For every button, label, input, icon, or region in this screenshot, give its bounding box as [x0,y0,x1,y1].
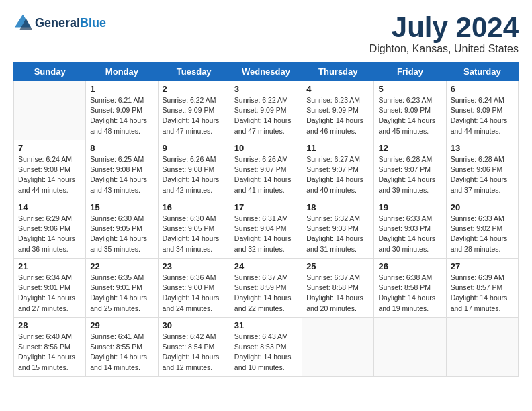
page-header: GeneralBlue July 2024 Dighton, Kansas, U… [13,13,519,55]
day-info: Sunrise: 6:24 AMSunset: 9:09 PMDaylight:… [451,95,514,136]
calendar-cell [302,318,374,377]
calendar-cell: 9Sunrise: 6:26 AMSunset: 9:08 PMDaylight… [158,140,230,199]
header-thursday: Thursday [302,62,374,81]
calendar-cell: 29Sunrise: 6:41 AMSunset: 8:55 PMDayligh… [86,318,158,377]
header-saturday: Saturday [446,62,518,81]
day-info: Sunrise: 6:25 AMSunset: 9:08 PMDaylight:… [90,154,153,195]
day-info: Sunrise: 6:41 AMSunset: 8:55 PMDaylight:… [90,332,153,373]
calendar-cell: 14Sunrise: 6:29 AMSunset: 9:06 PMDayligh… [14,199,86,259]
day-number: 18 [306,202,369,212]
day-info: Sunrise: 6:32 AMSunset: 9:03 PMDaylight:… [306,214,369,255]
day-number: 3 [234,84,298,94]
day-number: 29 [90,320,153,330]
logo-general: GeneralBlue [35,16,106,30]
header-sunday: Sunday [14,62,86,81]
day-info: Sunrise: 6:30 AMSunset: 9:05 PMDaylight:… [163,214,226,255]
day-number: 4 [306,84,369,94]
header-row: SundayMondayTuesdayWednesdayThursdayFrid… [14,62,519,81]
day-number: 27 [451,261,514,271]
logo: GeneralBlue [13,13,106,32]
day-number: 13 [451,143,514,153]
day-number: 16 [163,202,226,212]
calendar-cell: 25Sunrise: 6:37 AMSunset: 8:58 PMDayligh… [302,259,374,318]
calendar-cell: 26Sunrise: 6:38 AMSunset: 8:58 PMDayligh… [374,259,446,318]
day-info: Sunrise: 6:37 AMSunset: 8:59 PMDaylight:… [234,273,298,314]
location-title: Dighton, Kansas, United States [369,43,519,55]
week-row-2: 7Sunrise: 6:24 AMSunset: 9:08 PMDaylight… [14,140,519,199]
day-number: 9 [163,143,226,153]
day-number: 28 [18,320,81,330]
day-info: Sunrise: 6:22 AMSunset: 9:09 PMDaylight:… [234,95,298,136]
day-number: 19 [378,202,441,212]
day-number: 12 [378,143,441,153]
calendar-cell [374,318,446,377]
day-info: Sunrise: 6:42 AMSunset: 8:54 PMDaylight:… [163,332,226,373]
day-info: Sunrise: 6:35 AMSunset: 9:01 PMDaylight:… [90,273,153,314]
day-number: 21 [18,261,81,271]
day-info: Sunrise: 6:34 AMSunset: 9:01 PMDaylight:… [18,273,81,314]
day-number: 8 [90,143,153,153]
calendar-cell: 13Sunrise: 6:28 AMSunset: 9:06 PMDayligh… [446,140,518,199]
week-row-3: 14Sunrise: 6:29 AMSunset: 9:06 PMDayligh… [14,199,519,259]
header-tuesday: Tuesday [158,62,230,81]
calendar-cell: 8Sunrise: 6:25 AMSunset: 9:08 PMDaylight… [86,140,158,199]
day-info: Sunrise: 6:43 AMSunset: 8:53 PMDaylight:… [234,332,298,373]
calendar-cell: 17Sunrise: 6:31 AMSunset: 9:04 PMDayligh… [230,199,302,259]
day-info: Sunrise: 6:31 AMSunset: 9:04 PMDaylight:… [234,214,298,255]
calendar-cell: 28Sunrise: 6:40 AMSunset: 8:56 PMDayligh… [14,318,86,377]
day-number: 17 [234,202,298,212]
calendar-table: SundayMondayTuesdayWednesdayThursdayFrid… [13,62,519,377]
header-monday: Monday [86,62,158,81]
title-area: July 2024 Dighton, Kansas, United States [369,13,519,55]
month-title: July 2024 [369,13,519,42]
logo-icon [13,13,32,32]
day-number: 7 [18,143,81,153]
calendar-cell: 21Sunrise: 6:34 AMSunset: 9:01 PMDayligh… [14,259,86,318]
calendar-cell: 19Sunrise: 6:33 AMSunset: 9:03 PMDayligh… [374,199,446,259]
week-row-5: 28Sunrise: 6:40 AMSunset: 8:56 PMDayligh… [14,318,519,377]
header-friday: Friday [374,62,446,81]
calendar-cell: 16Sunrise: 6:30 AMSunset: 9:05 PMDayligh… [158,199,230,259]
calendar-cell: 15Sunrise: 6:30 AMSunset: 9:05 PMDayligh… [86,199,158,259]
day-number: 31 [234,320,298,330]
day-info: Sunrise: 6:29 AMSunset: 9:06 PMDaylight:… [18,214,81,255]
calendar-cell: 18Sunrise: 6:32 AMSunset: 9:03 PMDayligh… [302,199,374,259]
day-number: 26 [378,261,441,271]
calendar-cell: 31Sunrise: 6:43 AMSunset: 8:53 PMDayligh… [230,318,302,377]
day-info: Sunrise: 6:28 AMSunset: 9:07 PMDaylight:… [378,154,441,195]
day-number: 14 [18,202,81,212]
week-row-1: 1Sunrise: 6:21 AMSunset: 9:09 PMDaylight… [14,81,519,140]
day-number: 2 [163,84,226,94]
day-info: Sunrise: 6:24 AMSunset: 9:08 PMDaylight:… [18,154,81,195]
day-number: 22 [90,261,153,271]
calendar-cell: 22Sunrise: 6:35 AMSunset: 9:01 PMDayligh… [86,259,158,318]
day-number: 15 [90,202,153,212]
day-info: Sunrise: 6:27 AMSunset: 9:07 PMDaylight:… [306,154,369,195]
day-info: Sunrise: 6:39 AMSunset: 8:57 PMDaylight:… [451,273,514,314]
day-info: Sunrise: 6:37 AMSunset: 8:58 PMDaylight:… [306,273,369,314]
calendar-cell [446,318,518,377]
calendar-cell: 12Sunrise: 6:28 AMSunset: 9:07 PMDayligh… [374,140,446,199]
day-info: Sunrise: 6:38 AMSunset: 8:58 PMDaylight:… [378,273,441,314]
day-number: 5 [378,84,441,94]
calendar-cell: 2Sunrise: 6:22 AMSunset: 9:09 PMDaylight… [158,81,230,140]
day-info: Sunrise: 6:30 AMSunset: 9:05 PMDaylight:… [90,214,153,255]
day-number: 20 [451,202,514,212]
header-wednesday: Wednesday [230,62,302,81]
day-number: 1 [90,84,153,94]
day-info: Sunrise: 6:23 AMSunset: 9:09 PMDaylight:… [378,95,441,136]
day-info: Sunrise: 6:36 AMSunset: 9:00 PMDaylight:… [163,273,226,314]
day-info: Sunrise: 6:33 AMSunset: 9:03 PMDaylight:… [378,214,441,255]
calendar-cell: 20Sunrise: 6:33 AMSunset: 9:02 PMDayligh… [446,199,518,259]
day-number: 10 [234,143,298,153]
calendar-cell: 3Sunrise: 6:22 AMSunset: 9:09 PMDaylight… [230,81,302,140]
day-number: 25 [306,261,369,271]
day-info: Sunrise: 6:33 AMSunset: 9:02 PMDaylight:… [451,214,514,255]
calendar-cell [14,81,86,140]
day-info: Sunrise: 6:28 AMSunset: 9:06 PMDaylight:… [451,154,514,195]
day-number: 11 [306,143,369,153]
day-info: Sunrise: 6:23 AMSunset: 9:09 PMDaylight:… [306,95,369,136]
day-number: 23 [163,261,226,271]
calendar-cell: 27Sunrise: 6:39 AMSunset: 8:57 PMDayligh… [446,259,518,318]
calendar-cell: 10Sunrise: 6:26 AMSunset: 9:07 PMDayligh… [230,140,302,199]
